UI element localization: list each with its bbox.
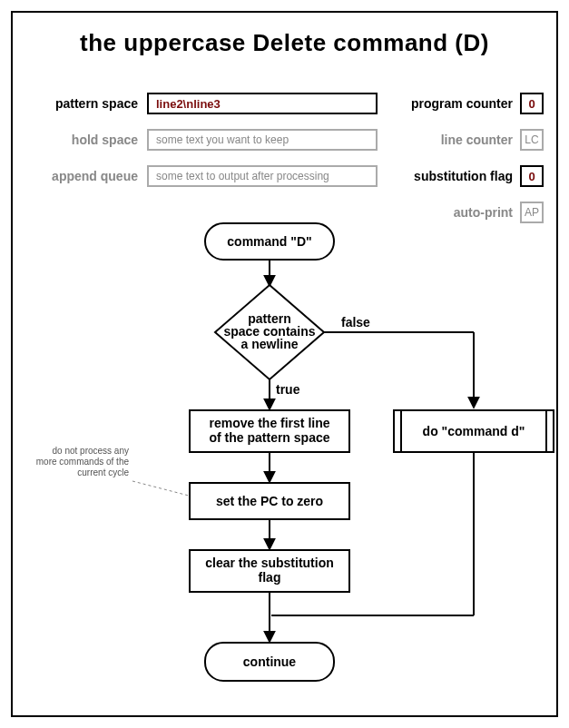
note-line3: current cycle [77, 467, 129, 477]
false-label: false [341, 315, 370, 330]
step3-line2: flag [259, 570, 281, 585]
node-start-label: command "D" [227, 234, 311, 249]
step1-line2: of the pattern space [209, 430, 329, 445]
note-line1: do not process any [53, 446, 130, 456]
note-connector [132, 481, 189, 496]
step3-line1: clear the substitution [205, 556, 334, 570]
node-decision: pattern space contains a newline [215, 285, 324, 379]
note-line2: more commands of the [36, 457, 130, 467]
true-label: true [276, 382, 300, 397]
decision-line3: a newline [240, 337, 298, 351]
step1-line1: remove the first line [209, 416, 329, 430]
diagram-frame: the uppercase Delete command (D) pattern… [11, 11, 558, 717]
node-do-command-d: do "command d" [394, 410, 554, 452]
flowchart: command "D" pattern space contains a new… [13, 13, 560, 719]
node-right-label: do "command d" [423, 424, 525, 438]
step2-label: set the PC to zero [216, 494, 323, 508]
node-end-label: continue [243, 654, 297, 669]
